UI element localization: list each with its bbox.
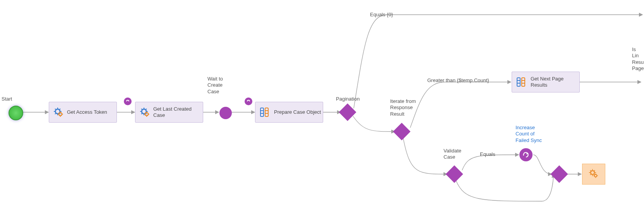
increase-count-label: Increase Count of Failed Sync [516,125,542,144]
db-columns-icon [259,107,271,118]
svg-line-28 [146,109,147,109]
wait-event[interactable] [219,107,232,119]
svg-line-12 [55,109,56,109]
svg-line-15 [55,113,56,114]
svg-line-29 [141,113,142,114]
svg-line-26 [141,109,142,109]
gear-icon [588,168,599,180]
link-marker-icon [124,98,132,105]
task-label: Get Next Page Results [531,76,579,89]
svg-line-55 [590,174,591,175]
start-event[interactable] [9,106,23,120]
iterate-label: Iterate from Response Result [390,98,416,117]
pagination-label: Pagination [336,96,360,102]
svg-rect-38 [265,108,268,116]
start-label: Start [2,96,12,102]
task-label: Get Last Created Case [153,106,203,119]
gateway-pagination[interactable] [341,106,354,118]
db-columns-icon [516,77,528,87]
svg-rect-44 [522,78,525,86]
svg-rect-35 [260,108,264,116]
wait-label: Wait to Create Case [207,76,223,95]
task-prepare-case-object[interactable]: Prepare Case Object [255,102,323,123]
workflow-canvas[interactable]: { "labels": { "start": "Start", "getAcce… [0,0,644,219]
task-label: Get Access Token [67,109,107,115]
gateway-iterate[interactable] [396,125,408,138]
gear-icon [53,107,64,118]
svg-point-47 [591,171,594,175]
task-get-last-created-case[interactable]: Get Last Created Case [135,102,203,123]
gateway-validate-case[interactable] [448,168,461,180]
svg-line-52 [590,170,591,171]
svg-line-54 [594,170,595,171]
gear-icon [139,107,150,118]
svg-line-13 [60,113,60,114]
link-event-increase-count[interactable] [519,148,533,161]
edge-label-greater-than: Greater than {$temp.Count} [427,77,489,84]
cutoff-label: Is Lin Resu Page [632,46,644,72]
svg-line-27 [146,113,147,114]
svg-rect-41 [517,78,520,86]
task-label: Prepare Case Object [274,109,321,115]
task-get-next-page-results[interactable]: Get Next Page Results [512,72,580,92]
svg-point-56 [594,174,597,177]
edge-label-equals: Equals [480,151,495,157]
validate-label: Validate Case [444,148,461,161]
svg-line-14 [60,109,60,109]
task-get-access-token[interactable]: Get Access Token [49,102,117,123]
task-orange-action[interactable] [582,164,605,185]
gateway-merge[interactable] [553,168,565,180]
edge-label-equals-zero: Equals {0} [370,12,393,18]
link-marker-icon [245,98,252,105]
